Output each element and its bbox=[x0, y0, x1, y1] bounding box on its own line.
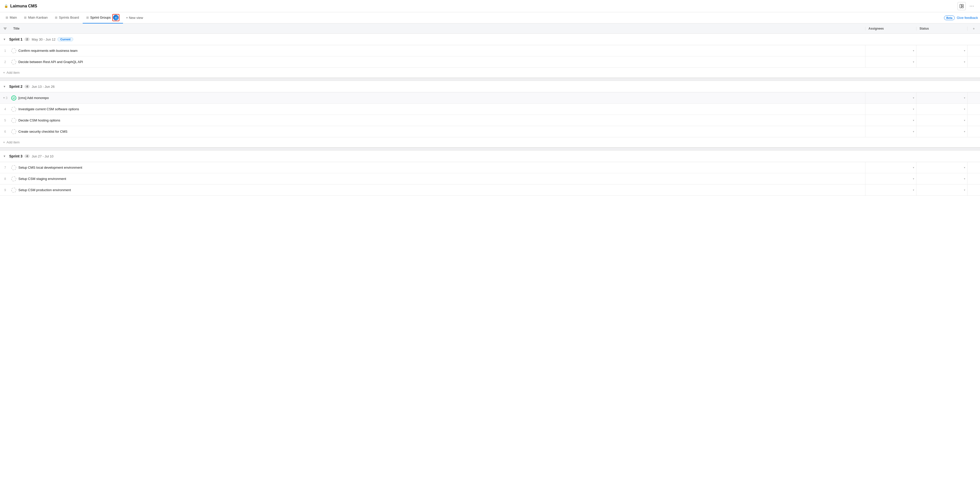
row-status-icon-pending[interactable] bbox=[11, 59, 16, 65]
sprint-2-chevron[interactable]: ▼ bbox=[3, 85, 7, 88]
row-content: Setup CSM staging environment bbox=[10, 176, 865, 182]
sprint-1-name: Sprint 1 bbox=[9, 37, 22, 41]
lock-icon: 🔒 bbox=[4, 4, 8, 8]
tab-avatar-wrapper: U bbox=[112, 14, 119, 21]
row-status-cell[interactable]: ▾ bbox=[916, 92, 967, 103]
row-assignees-cell[interactable]: ▾ bbox=[865, 56, 916, 67]
assignees-dropdown-arrow[interactable]: ▾ bbox=[913, 108, 914, 110]
row-assignees-cell[interactable]: ▾ bbox=[865, 115, 916, 126]
row-title[interactable]: [cms] Add monorepo bbox=[18, 96, 864, 100]
row-title[interactable]: Investigate current CSM software options bbox=[18, 107, 864, 111]
row-plus-cell bbox=[967, 126, 980, 137]
row-title[interactable]: Decide CSM hosting options bbox=[18, 118, 864, 122]
row-status-icon-pending[interactable] bbox=[11, 176, 16, 182]
row-status-cell[interactable]: ▾ bbox=[916, 115, 967, 126]
sprint-3-header: ▼ Sprint 3 4 Jun 27 - Jul 10 bbox=[0, 151, 980, 162]
more-options-button[interactable]: ··· bbox=[968, 2, 976, 10]
status-dropdown-arrow[interactable]: ▾ bbox=[964, 108, 965, 110]
status-dropdown-arrow[interactable]: ▾ bbox=[964, 130, 965, 133]
row-assignees-cell[interactable]: ▾ bbox=[865, 162, 916, 173]
row-status-icon-done[interactable] bbox=[11, 96, 16, 100]
new-view-button[interactable]: + New view bbox=[123, 12, 146, 24]
row-status-icon-pending[interactable] bbox=[11, 107, 16, 112]
row-status-cell[interactable]: ▾ bbox=[916, 103, 967, 115]
tab-avatar-highlight: U bbox=[112, 14, 119, 21]
tabs-bar: ⊞ Main ⊞ Main Kanban ⊞ Sprints Board ⊞ S… bbox=[0, 12, 980, 24]
status-dropdown-arrow[interactable]: ▾ bbox=[964, 177, 965, 180]
status-dropdown-arrow[interactable]: ▾ bbox=[964, 97, 965, 99]
tab-sprints-board[interactable]: ⊞ Sprints Board bbox=[51, 12, 83, 24]
status-dropdown-arrow[interactable]: ▾ bbox=[964, 189, 965, 191]
row-content: Setup CSM production environment bbox=[10, 188, 865, 193]
row-status-cell[interactable]: ▾ bbox=[916, 185, 967, 196]
row-assignees-cell[interactable]: ▾ bbox=[865, 126, 916, 137]
tab-main-icon: ⊞ bbox=[6, 16, 8, 19]
row-content: [cms] Add monorepo bbox=[10, 96, 865, 100]
tab-main-kanban[interactable]: ⊞ Main Kanban bbox=[21, 12, 51, 24]
sprint-3-chevron[interactable]: ▼ bbox=[3, 154, 7, 158]
row-status-icon-pending[interactable] bbox=[11, 188, 16, 193]
app-title-area: 🔒 Laimuna CMS bbox=[4, 4, 37, 8]
status-dropdown-arrow[interactable]: ▾ bbox=[964, 119, 965, 122]
row-title[interactable]: Setup CSM staging environment bbox=[18, 177, 864, 181]
row-status-icon-pending[interactable] bbox=[11, 129, 16, 134]
row-assignees-cell[interactable]: ▾ bbox=[865, 185, 916, 196]
row-plus-cell bbox=[967, 92, 980, 103]
tab-sprint-groups-label: Sprint Groups bbox=[90, 16, 111, 19]
row-status-icon-pending[interactable] bbox=[11, 118, 16, 123]
row-assignees-cell[interactable]: ▾ bbox=[865, 173, 916, 184]
sprint-3-name: Sprint 3 bbox=[9, 154, 22, 158]
assignees-dropdown-arrow[interactable]: ▾ bbox=[913, 166, 914, 169]
row-title[interactable]: Confirm requirments with business team bbox=[18, 49, 864, 53]
sprint-separator bbox=[0, 148, 980, 151]
assignees-dropdown-arrow[interactable]: ▾ bbox=[913, 49, 914, 52]
row-assignees-cell[interactable]: ▾ bbox=[865, 103, 916, 115]
status-dropdown-arrow[interactable]: ▾ bbox=[964, 49, 965, 52]
row-status-icon-pending[interactable] bbox=[11, 165, 16, 170]
sprint-1-chevron[interactable]: ▼ bbox=[3, 38, 7, 41]
beta-badge: Beta bbox=[944, 16, 955, 20]
row-expand-icon[interactable]: ▼ bbox=[3, 97, 5, 99]
tabs-right: Beta Give feedback bbox=[944, 16, 978, 20]
row-status-cell[interactable]: ▾ bbox=[916, 162, 967, 173]
row-title[interactable]: Setup CMS local development environment bbox=[18, 166, 864, 169]
row-content: Decide CSM hosting options bbox=[10, 118, 865, 123]
assignees-dropdown-arrow[interactable]: ▾ bbox=[913, 119, 914, 122]
status-dropdown-arrow[interactable]: ▾ bbox=[964, 61, 965, 63]
assignees-dropdown-arrow[interactable]: ▾ bbox=[913, 61, 914, 63]
sprint-1-add-item[interactable]: + Add item bbox=[0, 68, 980, 78]
row-plus-cell bbox=[967, 45, 980, 56]
row-title[interactable]: Setup CSM production environment bbox=[18, 188, 864, 192]
row-content: Investigate current CSM software options bbox=[10, 107, 865, 112]
row-assignees-cell[interactable]: ▾ bbox=[865, 92, 916, 103]
feedback-link[interactable]: Give feedback bbox=[957, 16, 978, 20]
assignees-dropdown-arrow[interactable]: ▾ bbox=[913, 97, 914, 99]
status-dropdown-arrow[interactable]: ▾ bbox=[964, 166, 965, 169]
sprint-2-add-item[interactable]: + Add item bbox=[0, 137, 980, 148]
row-status-cell[interactable]: ▾ bbox=[916, 56, 967, 67]
row-status-cell[interactable]: ▾ bbox=[916, 45, 967, 56]
row-title[interactable]: Decide between Rest API and GraphQL API bbox=[18, 60, 864, 64]
sprint-2-header: ▼ Sprint 2 4 Jun 13 - Jun 26 bbox=[0, 81, 980, 92]
row-assignees-cell[interactable]: ▾ bbox=[865, 45, 916, 56]
row-num-text: 3 bbox=[6, 96, 8, 100]
layout-button[interactable] bbox=[958, 2, 966, 10]
sprint-separator bbox=[0, 78, 980, 81]
row-title[interactable]: Create security checklist for CMS bbox=[18, 130, 864, 134]
row-plus-cell bbox=[967, 56, 980, 67]
row-status-icon-pending[interactable] bbox=[11, 48, 16, 53]
tab-sprint-groups[interactable]: ⊞ Sprint Groups U bbox=[83, 12, 123, 24]
row-status-cell[interactable]: ▾ bbox=[916, 126, 967, 137]
row-status-cell[interactable]: ▾ bbox=[916, 173, 967, 184]
add-item-label: Add item bbox=[6, 140, 20, 144]
col-add-header[interactable]: + bbox=[967, 27, 980, 30]
filter-icon-col[interactable] bbox=[0, 27, 10, 30]
tab-main[interactable]: ⊞ Main bbox=[2, 12, 21, 24]
table-row: 5 Decide CSM hosting options ▾ ▾ bbox=[0, 115, 980, 126]
assignees-dropdown-arrow[interactable]: ▾ bbox=[913, 189, 914, 191]
table-row: 1 Confirm requirments with business team… bbox=[0, 45, 980, 56]
assignees-dropdown-arrow[interactable]: ▾ bbox=[913, 130, 914, 133]
col-assignees-header: Assignees bbox=[865, 27, 916, 30]
row-number: ▼ 3 bbox=[0, 96, 10, 100]
assignees-dropdown-arrow[interactable]: ▾ bbox=[913, 177, 914, 180]
